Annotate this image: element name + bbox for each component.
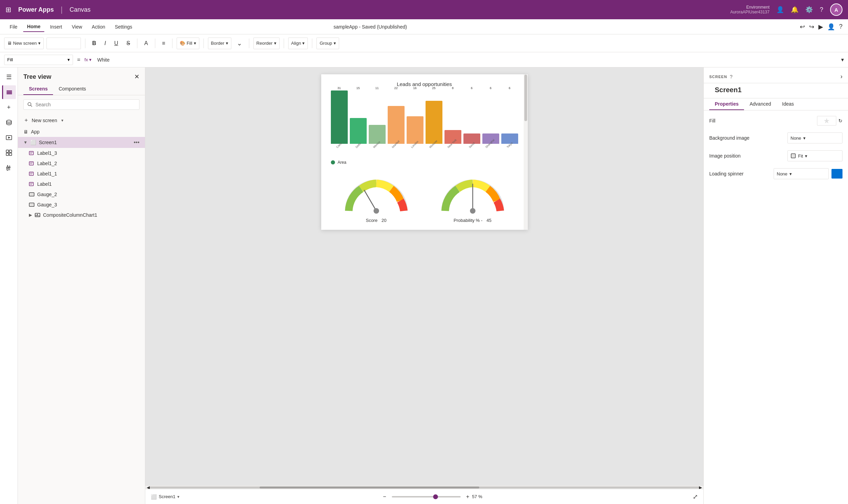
tab-advanced[interactable]: Advanced — [744, 98, 776, 110]
zoom-slider[interactable] — [392, 496, 461, 497]
redo-icon[interactable]: ↪ — [809, 23, 814, 31]
menu-home[interactable]: Home — [23, 22, 45, 32]
tree-item-label1-2[interactable]: Label1_2 — [18, 158, 145, 169]
svg-marker-5 — [8, 137, 10, 139]
horizontal-scrollbar[interactable]: ◀ ▶ — [145, 485, 703, 489]
align-button[interactable]: ≡ — [159, 39, 168, 48]
bar-delhi: 15 Delhi — [350, 86, 367, 150]
svg-point-38 — [470, 208, 475, 214]
avatar[interactable]: A — [830, 3, 842, 16]
menu-insert[interactable]: Insert — [46, 22, 66, 32]
tree-item-gauge2[interactable]: Gauge_2 — [18, 189, 145, 200]
settings-icon[interactable]: ⚙️ — [805, 6, 813, 13]
chevron-down-icon: ▾ — [38, 41, 41, 46]
fill-label: Fill — [709, 118, 751, 124]
align-chevron-icon: ▾ — [302, 41, 305, 46]
add-button[interactable]: + — [2, 100, 16, 114]
tab-properties[interactable]: Properties — [709, 98, 744, 110]
fill-refresh-icon[interactable]: ↻ — [838, 118, 842, 124]
loading-spinner-row: Loading spinner None ▾ — [709, 168, 842, 179]
menu-right-actions: ↩ ↪ ▶ 👤 ? — [800, 23, 842, 31]
zoom-out-button[interactable]: − — [383, 494, 386, 500]
zoom-thumb[interactable] — [433, 494, 438, 499]
grid-icon[interactable]: ⊞ — [6, 6, 11, 14]
menu-action[interactable]: Action — [88, 22, 109, 32]
zoom-in-button[interactable]: + — [466, 494, 469, 500]
fx-button[interactable]: fx ▾ — [84, 57, 92, 62]
media-button[interactable] — [2, 131, 16, 144]
tree-item-screen1[interactable]: ▼ ⬜ Screen1 ••• — [18, 137, 145, 148]
bell-icon[interactable]: 🔔 — [791, 6, 798, 13]
menu-view[interactable]: View — [67, 22, 86, 32]
tree-item-label1[interactable]: Label1 — [18, 179, 145, 189]
person-icon[interactable]: 👤 — [827, 23, 835, 31]
group-button[interactable]: Group ▾ — [316, 37, 339, 49]
property-dropdown[interactable]: Fill ▾ — [4, 55, 73, 65]
new-screen-button[interactable]: 🖥 New screen ▾ — [4, 37, 44, 49]
menu-file[interactable]: File — [6, 22, 22, 32]
h-scroll-thumb[interactable] — [260, 486, 479, 489]
chart-icon — [35, 212, 40, 218]
tree-item-gauge3[interactable]: Gauge_3 — [18, 200, 145, 210]
vertical-scrollbar[interactable] — [524, 74, 528, 230]
search-input[interactable] — [35, 102, 136, 107]
data-button[interactable] — [2, 116, 16, 129]
spinner-color-swatch[interactable] — [831, 169, 842, 179]
tree-item-label1-2-label: Label1_2 — [37, 161, 57, 166]
font-color-button[interactable]: A — [142, 39, 151, 48]
tree-tabs: Screens Components — [18, 83, 145, 95]
props-expand-icon[interactable]: › — [840, 73, 842, 80]
fx-icon: fx — [84, 57, 88, 62]
tree-panel: Tree view ✕ Screens Components ＋ New scr… — [18, 67, 145, 504]
tree-item-label1-1[interactable]: Label1_1 — [18, 169, 145, 179]
fill-button[interactable]: 🎨 Fill ▾ — [177, 37, 199, 49]
menu-settings[interactable]: Settings — [111, 22, 137, 32]
italic-button[interactable]: I — [102, 39, 108, 48]
border-button[interactable]: Border ▾ — [208, 37, 231, 49]
bar-rect-seoul — [463, 133, 480, 144]
bold-button[interactable]: B — [90, 39, 99, 48]
help-circle-icon[interactable]: ? — [730, 74, 733, 79]
tree-item-label1-3[interactable]: Label1_3 — [18, 148, 145, 158]
fit-icon — [791, 153, 796, 159]
tree-item-chart1[interactable]: ▶ CompositeColumnChart1 — [18, 210, 145, 220]
help-icon-menu[interactable]: ? — [839, 23, 842, 30]
undo-icon[interactable]: ↩ — [800, 23, 805, 31]
canvas-scroll[interactable]: Leads and opportunities 31 Cairo 15 — [145, 67, 703, 485]
hamburger-button[interactable]: ☰ — [2, 70, 16, 84]
components-button[interactable] — [2, 146, 16, 160]
tab-screens[interactable]: Screens — [23, 83, 53, 95]
new-screen-button[interactable]: ＋ New screen ▾ — [18, 114, 145, 127]
font-name-field[interactable] — [46, 37, 81, 49]
tab-ideas[interactable]: Ideas — [777, 98, 799, 110]
align-button-2[interactable]: Align ▾ — [288, 37, 308, 49]
user-check-icon[interactable]: 👤 — [776, 6, 784, 13]
loading-spinner-dropdown[interactable]: None ▾ — [774, 168, 829, 179]
fill-control: ↻ — [817, 116, 842, 126]
tree-item-label1-3-label: Label1_3 — [37, 150, 57, 156]
reorder-button[interactable]: Reorder ▾ — [253, 37, 280, 49]
image-position-dropdown[interactable]: Fit ▾ — [787, 150, 842, 161]
formula-expand-icon[interactable]: ▾ — [841, 56, 844, 63]
tree-close-button[interactable]: ✕ — [134, 73, 139, 81]
tree-item-app[interactable]: 🖥 App — [18, 127, 145, 137]
strikethrough-button[interactable]: S — [124, 39, 133, 48]
help-icon[interactable]: ? — [820, 6, 823, 13]
play-icon[interactable]: ▶ — [818, 23, 823, 31]
screen-tab[interactable]: ⬜ Screen1 ▾ — [151, 494, 179, 500]
layers-button[interactable] — [2, 85, 16, 99]
background-image-dropdown[interactable]: None ▾ — [787, 132, 842, 143]
fill-swatch[interactable] — [817, 116, 836, 126]
screen-icon: 🖥 — [7, 41, 12, 46]
expand-icon[interactable]: ⌄ — [234, 38, 245, 49]
formula-input[interactable] — [94, 55, 838, 65]
fullscreen-button[interactable]: ⤢ — [693, 493, 698, 501]
tools-button[interactable] — [2, 161, 16, 175]
v-scroll-thumb[interactable] — [524, 75, 527, 121]
underline-button[interactable]: U — [112, 39, 121, 48]
tab-components[interactable]: Components — [53, 83, 91, 95]
separator-1 — [85, 39, 85, 48]
svg-line-35 — [364, 190, 376, 211]
more-options-icon[interactable]: ••• — [134, 139, 139, 146]
h-scroll-track[interactable] — [150, 486, 699, 489]
